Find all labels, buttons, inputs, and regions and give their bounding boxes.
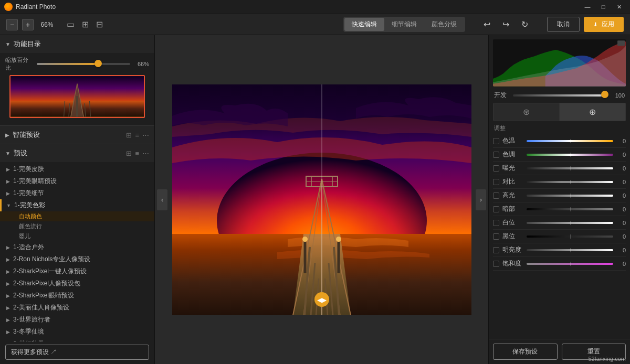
- adj-slider-highlights[interactable]: [527, 194, 613, 198]
- cancel-button[interactable]: 取消: [547, 17, 580, 32]
- mode-tab-local[interactable]: ⊕: [560, 103, 626, 121]
- preset-subitem-color-pop[interactable]: 颜色流行: [0, 221, 154, 231]
- adj-slider-tint[interactable]: [527, 153, 613, 157]
- adj-checkbox-brightness[interactable]: [493, 247, 499, 253]
- preset-group-autumn[interactable]: ▶ 3-梦幻秋天: [0, 338, 154, 341]
- tab-color-grade[interactable]: 颜色分级: [424, 18, 464, 31]
- adj-slider-brightness[interactable]: [527, 248, 613, 252]
- preset-group-label: 3-世界旅行者: [13, 315, 50, 324]
- reset-button[interactable]: 重置: [562, 344, 626, 360]
- preset-group-color[interactable]: ▼ 1-完美色彩: [0, 199, 154, 211]
- canvas-nav-left-button[interactable]: ‹: [157, 189, 167, 210]
- preset-group-label: 1-完美细节: [13, 189, 44, 198]
- adj-track-saturation: [527, 263, 613, 265]
- presets-title: 预设: [14, 148, 27, 158]
- svg-point-29: [302, 237, 308, 242]
- adj-row-tint: 色调 0: [493, 148, 626, 162]
- func-dir-arrow: ▼: [5, 41, 10, 47]
- view-single-button[interactable]: ▭: [65, 18, 77, 30]
- adj-row-exposure: 曝光 0: [493, 162, 626, 175]
- tab-quick-edit[interactable]: 快速编辑: [344, 18, 384, 31]
- preset-group-shark3[interactable]: ▶ 2-SharkPixel眼睛预设: [0, 290, 154, 302]
- adj-checkbox-exposure[interactable]: [493, 165, 499, 172]
- preset-group-shark2[interactable]: ▶ 2-SharkPixel人像预设包: [0, 277, 154, 290]
- view-split-button[interactable]: ⊞: [80, 18, 91, 30]
- app-title: Radiant Photo: [16, 3, 581, 10]
- preset-group-winter[interactable]: ▶ 3-冬季仙境: [0, 326, 154, 338]
- adj-checkbox-whites[interactable]: [493, 220, 499, 226]
- adj-slider-whites[interactable]: [527, 221, 613, 225]
- preset-group-label: 1-适合户外: [13, 243, 44, 252]
- adj-slider-contrast[interactable]: [527, 180, 613, 184]
- adj-slider-blacks[interactable]: [527, 234, 613, 239]
- presets-section: ▼ 预设 ⊞ ≡ ⋯ ▶ 1-完美皮肤 ▶ 1-完美眼睛预设: [0, 144, 154, 364]
- func-directory-header[interactable]: ▼ 功能目录: [0, 35, 154, 53]
- grid-view-icon[interactable]: ⊞: [126, 131, 132, 139]
- preset-group-label: 2-Ron Nichols专业人像预设: [13, 255, 90, 264]
- adj-checkbox-blacks[interactable]: [493, 233, 499, 240]
- preset-subitem-auto-color[interactable]: 自动颜色: [0, 211, 154, 221]
- redo-button[interactable]: ↪: [499, 17, 513, 32]
- presets-list-icon[interactable]: ≡: [135, 149, 139, 157]
- tab-detail-edit[interactable]: 细节编辑: [384, 18, 424, 31]
- adj-center-whites: [570, 221, 571, 225]
- preset-group-detail[interactable]: ▶ 1-完美细节: [0, 187, 154, 199]
- adj-row-whites: 白位 0: [493, 216, 626, 230]
- adj-slider-shadows[interactable]: [527, 207, 613, 211]
- maximize-button[interactable]: □: [596, 2, 610, 12]
- preset-group-arrow: ▶: [6, 329, 10, 335]
- close-button[interactable]: ✕: [612, 2, 626, 12]
- canvas-nav-right-button[interactable]: ›: [476, 189, 486, 210]
- presets-more-icon[interactable]: ⋯: [142, 149, 149, 157]
- zoom-increase-button[interactable]: +: [22, 19, 34, 30]
- adj-slider-temperature[interactable]: [527, 139, 613, 143]
- adj-slider-saturation[interactable]: [527, 262, 613, 266]
- adj-checkbox-contrast[interactable]: [493, 179, 499, 185]
- preset-group-traveler[interactable]: ▶ 3-世界旅行者: [0, 314, 154, 326]
- undo-button[interactable]: ↩: [480, 17, 495, 32]
- adj-checkbox-saturation[interactable]: [493, 261, 499, 267]
- presets-icons: ⊞ ≡ ⋯: [126, 149, 149, 157]
- adj-checkbox-tint[interactable]: [493, 152, 499, 158]
- apply-button[interactable]: ⬇ 应用: [584, 17, 624, 32]
- preset-subitem-label: 颜色流行: [19, 223, 42, 229]
- minimize-button[interactable]: —: [581, 2, 594, 12]
- get-more-presets-button[interactable]: 获得更多预设 ↗: [5, 345, 149, 360]
- preset-group-ron[interactable]: ▶ 2-Ron Nichols专业人像预设: [0, 253, 154, 265]
- refresh-button[interactable]: ↻: [518, 17, 532, 32]
- adj-track-shadows: [527, 208, 613, 210]
- adj-slider-exposure[interactable]: [527, 166, 613, 170]
- preset-group-shark1[interactable]: ▶ 2-SharkPixel一键人像预设: [0, 265, 154, 277]
- list-view-icon[interactable]: ≡: [135, 131, 139, 139]
- view-compare-button[interactable]: ⊟: [94, 18, 105, 30]
- svg-rect-36: [617, 40, 625, 46]
- presets-header[interactable]: ▼ 预设 ⊞ ≡ ⋯: [0, 144, 154, 162]
- preset-group-skin[interactable]: ▶ 1-完美皮肤: [0, 163, 154, 175]
- adj-row-shadows: 暗部 0: [493, 202, 626, 216]
- preset-subitem-baby[interactable]: 婴儿: [0, 231, 154, 241]
- presets-grid-icon[interactable]: ⊞: [126, 149, 132, 157]
- preset-group-outdoor[interactable]: ▶ 1-适合户外: [0, 241, 154, 253]
- save-preset-button[interactable]: 保存预设: [493, 344, 558, 360]
- adj-checkbox-shadows[interactable]: [493, 206, 499, 212]
- adj-section-label: 调整: [489, 123, 630, 134]
- adj-checkbox-highlights[interactable]: [493, 192, 499, 199]
- preset-group-beauty[interactable]: ▶ 2-美丽佳人肖像预设: [0, 302, 154, 314]
- mode-tab-global[interactable]: ⊛: [493, 103, 560, 121]
- more-options-icon[interactable]: ⋯: [142, 131, 149, 139]
- exposure-slider[interactable]: [513, 93, 605, 98]
- exposure-thumb[interactable]: [601, 91, 608, 98]
- zoom-decrease-button[interactable]: −: [6, 19, 18, 30]
- adj-center-exposure: [570, 166, 571, 170]
- adj-checkbox-temperature[interactable]: [493, 138, 499, 144]
- adj-label-blacks: 黑位: [502, 232, 523, 241]
- preset-group-arrow: ▼: [6, 203, 11, 208]
- adj-row-highlights: 高光 0: [493, 189, 626, 202]
- zoom-slider[interactable]: [37, 62, 130, 66]
- adj-track-highlights: [527, 195, 613, 197]
- preset-group-arrow: ▶: [6, 167, 10, 172]
- adj-label-contrast: 对比: [502, 177, 523, 186]
- smart-presets-header[interactable]: ▶ 智能预设 ⊞ ≡ ⋯: [0, 126, 154, 144]
- preset-group-eyes[interactable]: ▶ 1-完美眼睛预设: [0, 175, 154, 187]
- zoom-thumb[interactable]: [94, 60, 102, 67]
